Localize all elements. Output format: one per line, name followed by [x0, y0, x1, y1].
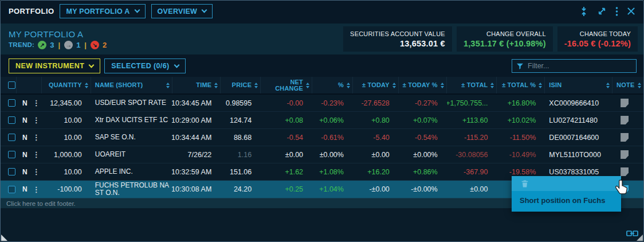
column-header-total_pct[interactable]: ± TOTAL % — [497, 77, 545, 93]
trend-down-count: 2 — [103, 41, 107, 49]
trend-label: TREND: — [9, 41, 34, 48]
sort-icon — [306, 83, 309, 88]
cell-isin: XC0009666410 — [545, 95, 612, 111]
row-checkbox[interactable] — [8, 99, 15, 107]
row-kebab-icon[interactable]: ⋮ — [33, 116, 40, 124]
row-kebab-icon[interactable]: ⋮ — [33, 134, 40, 141]
column-label-note: NOTE — [616, 82, 634, 88]
filter-input[interactable] — [512, 59, 637, 73]
column-header-name[interactable]: NAME (SHORT) — [91, 77, 172, 93]
cell-quantity: 10.00 — [42, 163, 91, 180]
row-kebab-icon[interactable]: ⋮ — [33, 151, 40, 158]
table-row[interactable]: N⋮10.00SAP SE O.N.10:34:44 AM88.68-0.54-… — [1, 129, 643, 146]
cell-total: -115.20 — [447, 129, 497, 146]
column-header-today[interactable]: ± TODAY — [353, 77, 399, 93]
hand-cursor — [615, 179, 630, 196]
row-checkbox[interactable] — [8, 168, 15, 175]
column-header-net_change[interactable]: NET CHANGE — [261, 77, 312, 93]
cell-pct: +1.08% — [312, 163, 353, 180]
note-icon[interactable] — [621, 116, 629, 124]
selected-label: SELECTED (0/6) — [111, 62, 169, 70]
row-menu-cell: N⋮ — [17, 146, 42, 163]
cell-time: 10:32:59 AM — [172, 163, 221, 180]
view-dropdown[interactable]: OVERVIEW — [151, 4, 213, 18]
column-header-note[interactable]: NOTE — [612, 77, 643, 93]
table-header-row: QUANTITYNAME (SHORT)TIMEPRICENET CHANGE%… — [1, 77, 643, 95]
row-checkbox[interactable] — [8, 186, 15, 193]
cell-total: ±0.00 — [447, 181, 497, 198]
news-badge: N — [22, 151, 28, 159]
cell-isin: MYL5110TO000 — [545, 146, 612, 163]
row-kebab-icon[interactable]: ⋮ — [33, 168, 40, 175]
row-kebab-icon[interactable]: ⋮ — [33, 186, 40, 193]
sort-icon — [254, 83, 258, 88]
row-select-cell — [1, 163, 17, 180]
cell-isin: DE0007164600 — [545, 129, 612, 146]
cell-total: -30.08056 — [447, 146, 497, 163]
collapse-vertical-icon[interactable] — [579, 6, 588, 17]
cell-price: 124.74 — [221, 112, 261, 128]
trend-up-count: 3 — [50, 41, 54, 49]
cell-name: Xtr DAX UCITS ETF 1C — [91, 112, 172, 128]
chevron-down-icon — [134, 7, 140, 13]
column-label-total: ± TOTAL — [461, 82, 488, 88]
column-label-today: ± TODAY — [362, 82, 390, 88]
portfolio-name: MY PORTFOLIO A — [9, 29, 107, 39]
note-tooltip-header — [512, 176, 621, 191]
new-instrument-button[interactable]: NEW INSTRUMENT — [9, 58, 100, 73]
cell-total_pct: -11.50% — [497, 129, 545, 146]
column-label-total_pct: ± TOTAL % — [502, 82, 536, 88]
portfolio-dropdown[interactable]: MY PORTFOLIO A — [60, 4, 145, 18]
column-header-quantity[interactable]: QUANTITY — [42, 77, 91, 93]
note-icon[interactable] — [621, 150, 629, 159]
cell-today: -5.40 — [353, 129, 399, 146]
trash-icon[interactable] — [520, 179, 529, 189]
column-label-today_pct: ± TODAY % — [403, 82, 438, 88]
select-all-checkbox[interactable] — [8, 81, 15, 89]
cell-quantity: 10.00 — [42, 112, 91, 128]
column-header-time[interactable]: TIME — [172, 77, 221, 93]
row-menu-cell: N⋮ — [17, 112, 42, 128]
cell-total: +113.60 — [447, 112, 497, 128]
column-header-total[interactable]: ± TOTAL — [447, 77, 497, 93]
cell-today: ±0.00 — [353, 146, 399, 163]
row-checkbox[interactable] — [8, 134, 15, 141]
expand-diagonal-icon[interactable] — [597, 6, 607, 16]
table-row[interactable]: N⋮12,345.00USD/EUR SPOT RATE10:34:45 AM0… — [1, 95, 643, 112]
toolbar: NEW INSTRUMENT SELECTED (0/6) — [1, 57, 643, 75]
stat-label: SECURITIES ACCOUNT VALUE — [350, 30, 445, 37]
news-badge: N — [22, 99, 28, 107]
note-tooltip: Short position on Fuchs — [512, 176, 621, 212]
row-checkbox[interactable] — [8, 116, 15, 124]
stat-label: CHANGE OVERALL — [464, 30, 546, 37]
cell-net_change: +0.25 — [261, 181, 312, 198]
cell-net_change: +0.08 — [261, 112, 312, 128]
column-header-pct[interactable]: % — [312, 77, 353, 93]
cell-name: FUCHS PETROLUB NA ST O.N. — [91, 181, 172, 198]
kebab-menu-icon[interactable] — [615, 6, 618, 17]
table-row[interactable]: N⋮10.00Xtr DAX UCITS ETF 1C10:29:00 AM12… — [1, 112, 643, 129]
column-header-isin[interactable]: ISIN — [545, 77, 612, 93]
column-header-today_pct[interactable]: ± TODAY % — [399, 77, 447, 93]
column-header-price[interactable]: PRICE — [221, 77, 261, 93]
row-checkbox[interactable] — [8, 151, 15, 158]
note-icon[interactable] — [621, 167, 629, 176]
row-menu-cell: N⋮ — [17, 95, 42, 111]
cell-quantity: 1,000.00 — [42, 146, 91, 163]
note-cell — [612, 95, 643, 111]
note-icon[interactable] — [621, 133, 629, 142]
link-icon[interactable] — [626, 229, 638, 237]
stat-value: -16.05 € (-0.12%) — [564, 39, 631, 48]
close-icon[interactable] — [627, 7, 635, 15]
selected-button[interactable]: SELECTED (0/6) — [104, 58, 185, 73]
cell-time: 10:30:08 AM — [172, 181, 221, 198]
sort-icon — [606, 83, 610, 88]
row-kebab-icon[interactable]: ⋮ — [33, 99, 40, 107]
cell-time: 7/26/22 — [172, 146, 221, 163]
table-row[interactable]: N⋮1,000.00UOAREIT7/26/221.16±0.00±0.00%±… — [1, 146, 643, 163]
row-select-cell — [1, 181, 17, 198]
summary-stats: SECURITIES ACCOUNT VALUE 13,653.01 € CHA… — [343, 26, 638, 52]
note-icon[interactable] — [621, 99, 629, 107]
row-select-cell — [1, 95, 17, 111]
cell-isin: LU0274211480 — [545, 112, 612, 128]
